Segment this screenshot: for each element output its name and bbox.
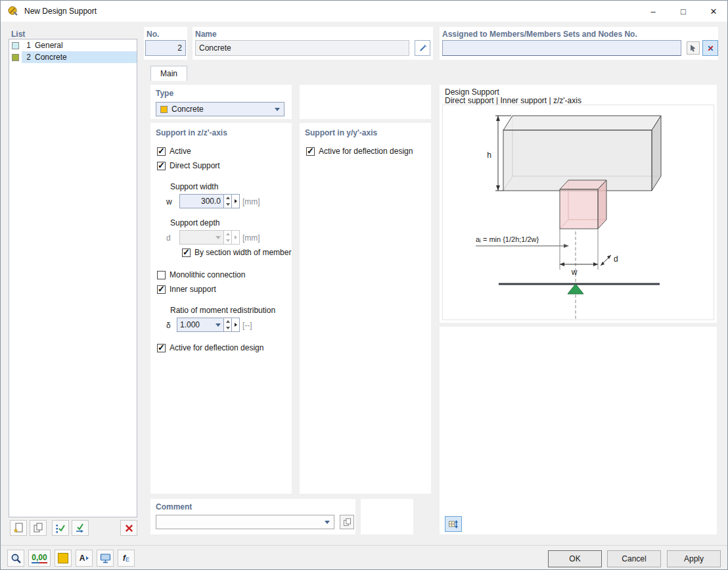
find-button[interactable] <box>7 550 24 567</box>
cancel-button[interactable]: Cancel <box>607 550 661 567</box>
direct-support-checkbox[interactable] <box>157 162 166 170</box>
spin-down-button[interactable] <box>224 201 231 208</box>
dim-ai-label: aᵢ = min {1/2h;1/2w} <box>476 235 539 243</box>
assign-graphically-button[interactable] <box>445 516 462 532</box>
chevron-down-icon <box>216 323 221 327</box>
no-group: No. 2 <box>144 27 187 60</box>
color-swatch-icon <box>58 553 68 563</box>
active-label: Active <box>170 147 191 156</box>
letter-a-icon: A <box>80 554 85 563</box>
spin-up-button[interactable] <box>224 318 231 325</box>
active-checkbox[interactable] <box>157 147 166 156</box>
by-section-width-checkbox[interactable] <box>182 249 191 257</box>
delete-entry-button[interactable] <box>120 520 137 536</box>
arrow-right-icon <box>86 556 89 560</box>
monolithic-checkbox[interactable] <box>157 271 166 279</box>
rename-button[interactable] <box>415 40 430 56</box>
assigned-group: Assigned to Members/Members Sets and Nod… <box>440 27 718 60</box>
check-all-button[interactable] <box>52 520 69 536</box>
unit-options-button[interactable] <box>232 318 240 332</box>
support-width-stepper[interactable]: 300.0 <box>179 194 240 208</box>
bottom-toolbar: 0,00 A f E OK Cancel Apply <box>1 545 728 570</box>
spin-buttons[interactable] <box>224 194 232 208</box>
checkbox-inner-support[interactable]: Inner support <box>157 285 216 294</box>
maximize-button[interactable]: □ <box>668 1 698 22</box>
display-settings-button[interactable] <box>97 550 114 567</box>
ratio-combobox[interactable]: 1.000 <box>177 318 240 332</box>
assigned-field[interactable] <box>442 40 681 56</box>
display-colors-button[interactable] <box>55 550 72 567</box>
support-zz-title: Support in z/z'-axis <box>156 128 227 137</box>
color-swatch-general <box>12 42 19 49</box>
chevron-down-icon <box>325 521 330 524</box>
ratio-unit: [--] <box>242 321 252 330</box>
type-dropdown[interactable]: Concrete <box>156 102 284 116</box>
cancel-label: Cancel <box>622 554 646 563</box>
inner-support-checkbox[interactable] <box>157 285 166 294</box>
list-item-general[interactable]: 1 General <box>9 39 137 51</box>
support-depth-input <box>179 230 224 245</box>
list-item-concrete[interactable]: 2 Concrete <box>9 51 137 63</box>
ratio-input[interactable]: 1.000 <box>177 318 224 332</box>
list-title: List <box>11 30 25 39</box>
close-button[interactable]: ✕ <box>698 1 728 22</box>
spin-down-button <box>224 237 231 244</box>
unit-options-button[interactable] <box>232 194 240 208</box>
deflection-yy-checkbox[interactable] <box>306 147 315 156</box>
select-objects-button[interactable] <box>687 41 700 55</box>
clear-selection-button[interactable] <box>702 40 718 56</box>
new-page-icon <box>13 523 24 533</box>
checkbox-direct-support[interactable]: Direct Support <box>157 161 220 170</box>
preview-title: Design Support <box>445 87 499 97</box>
preview-lower-panel <box>440 327 717 534</box>
deflection-zz-checkbox[interactable] <box>157 344 166 352</box>
checkbox-by-section-width[interactable]: By section width of member <box>182 248 291 257</box>
type-value: Concrete <box>171 105 204 114</box>
w-symbol: w <box>166 197 172 206</box>
new-entry-button[interactable] <box>10 520 27 536</box>
checkbox-deflection-zz[interactable]: Active for deflection design <box>157 343 263 352</box>
diagram-frame: h aᵢ = min {1/2h;1/2w} <box>442 105 714 320</box>
pencil-icon <box>418 43 428 53</box>
annotation-options-button[interactable]: A <box>76 550 93 567</box>
no-field[interactable]: 2 <box>145 40 186 56</box>
tab-main[interactable]: Main <box>150 66 187 81</box>
apply-button[interactable]: Apply <box>667 550 721 567</box>
checkbox-monolithic[interactable]: Monolithic connection <box>157 270 245 279</box>
check-arrow-icon <box>75 523 85 533</box>
units-icon: 0,00 <box>32 553 47 563</box>
spin-buttons[interactable] <box>224 318 232 332</box>
design-support-diagram: h aᵢ = min {1/2h;1/2w} <box>443 105 714 320</box>
preview-panel: Design Support Direct support | Inner su… <box>440 85 717 323</box>
support-zz-panel: Support in z/z'-axis Active Direct Suppo… <box>150 123 292 494</box>
comment-dropdown[interactable] <box>156 515 334 529</box>
support-width-input[interactable]: 300.0 <box>179 194 224 208</box>
check-apply-button[interactable] <box>72 520 89 536</box>
monolithic-label: Monolithic connection <box>170 270 245 279</box>
dim-w-label: w <box>571 268 578 277</box>
direct-support-label: Direct Support <box>170 161 220 170</box>
support-yy-title: Support in y/y'-axis <box>305 128 377 137</box>
ok-button[interactable]: OK <box>548 550 602 567</box>
spin-up-button[interactable] <box>224 195 231 201</box>
units-settings-button[interactable]: 0,00 <box>28 550 51 567</box>
checkbox-deflection-yy[interactable]: Active for deflection design <box>306 147 413 156</box>
list-item-label: Concrete <box>35 53 67 62</box>
spacer-panel <box>300 85 431 119</box>
support-width-unit: [mm] <box>242 197 260 206</box>
checkbox-active[interactable]: Active <box>157 147 191 156</box>
minimize-button[interactable]: – <box>638 1 668 22</box>
titlebar[interactable]: New Design Support <box>1 1 728 22</box>
spin-down-button[interactable] <box>224 325 231 331</box>
name-field[interactable]: Concrete <box>195 40 409 56</box>
copy-entry-button[interactable] <box>30 520 47 536</box>
d-symbol: d <box>166 233 171 243</box>
design-support-list: 1 General 2 Concrete <box>9 39 137 517</box>
formulas-button[interactable]: f E <box>118 550 135 567</box>
magnifier-icon <box>11 553 22 564</box>
comment-copy-button[interactable] <box>340 515 354 529</box>
support-depth-label: Support depth <box>170 218 219 227</box>
chevron-down-icon <box>275 108 280 111</box>
app-icon <box>7 5 19 17</box>
assigned-label: Assigned to Members/Members Sets and Nod… <box>442 30 637 39</box>
